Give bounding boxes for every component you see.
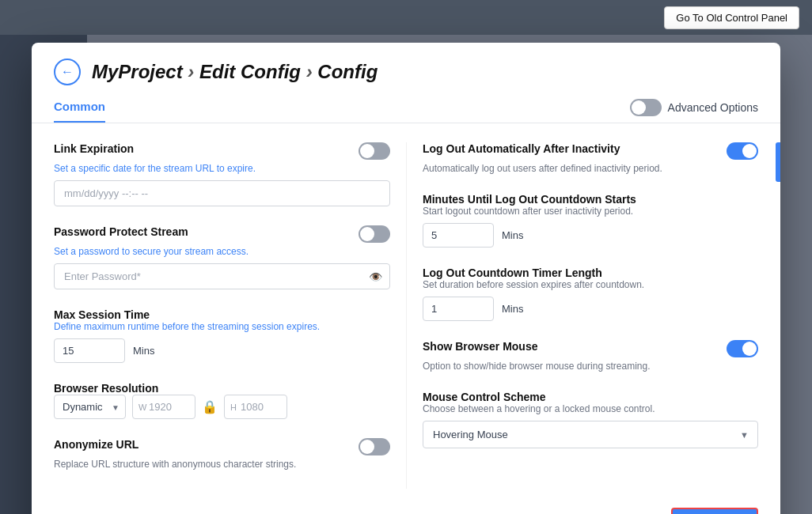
logout-timer-group: Log Out Countdown Timer Length Set durat… — [423, 266, 758, 321]
left-column: Link Expiration Set a specific date for … — [54, 142, 406, 489]
breadcrumb-project: MyProject — [92, 61, 183, 82]
tab-bar: Common Advanced Options — [32, 92, 780, 123]
height-input[interactable] — [224, 395, 287, 419]
breadcrumb: MyProject › Edit Config › Config — [92, 61, 378, 83]
auto-logout-desc: Automatically log out users after define… — [423, 163, 758, 174]
link-expiration-desc: Set a specific date for the stream URL t… — [54, 163, 390, 174]
breadcrumb-config: Config — [317, 61, 378, 82]
advanced-options-label: Advanced Options — [668, 101, 758, 114]
max-session-group: Max Session Time Define maximum runtime … — [54, 308, 390, 363]
logout-timer-unit: Mins — [502, 303, 523, 315]
top-bar: Go To Old Control Panel — [0, 0, 812, 35]
max-session-unit: Mins — [133, 345, 154, 357]
show-browser-mouse-label: Show Browser Mouse — [423, 340, 537, 353]
max-session-input-row: Mins — [54, 338, 390, 363]
browser-resolution-label: Browser Resolution — [54, 382, 390, 395]
password-protect-group: Password Protect Stream Set a password t… — [54, 225, 390, 289]
lock-icon: 🔒 — [202, 399, 218, 414]
width-input-wrap: W — [132, 395, 195, 419]
show-browser-mouse-header: Show Browser Mouse — [423, 340, 758, 357]
resolution-row: Dynamic Custom ▼ W 🔒 H — [54, 395, 390, 419]
back-arrow-icon: ← — [61, 65, 74, 79]
auto-logout-header: Log Out Automatically After Inactivity — [423, 142, 758, 160]
height-input-wrap: H — [224, 395, 287, 419]
password-protect-toggle[interactable] — [359, 225, 390, 243]
show-browser-mouse-toggle[interactable] — [727, 340, 758, 357]
logout-countdown-input[interactable] — [423, 223, 494, 248]
resolution-select-wrap: Dynamic Custom ▼ — [54, 395, 126, 419]
breadcrumb-sep2: › — [301, 61, 317, 82]
max-session-desc: Define maximum runtime before the stream… — [54, 321, 390, 332]
anonymize-url-desc: Replace URL structure with anonymous cha… — [54, 459, 390, 470]
back-button[interactable]: ← — [54, 59, 81, 85]
save-button[interactable]: 💾 Save — [671, 508, 758, 514]
logout-countdown-input-row: Mins — [423, 223, 758, 248]
modal-footer: ➔ 💾 Save — [32, 495, 780, 514]
modal-header: ← MyProject › Edit Config › Config — [32, 43, 780, 85]
anonymize-url-group: Anonymize URL Replace URL structure with… — [54, 438, 390, 470]
anonymize-url-toggle[interactable] — [359, 438, 390, 455]
link-expiration-header: Link Expiration — [54, 142, 390, 160]
width-input[interactable] — [132, 395, 195, 419]
show-browser-mouse-group: Show Browser Mouse Option to show/hide b… — [423, 340, 758, 372]
password-protect-header: Password Protect Stream — [54, 225, 390, 243]
max-session-input[interactable] — [54, 338, 125, 363]
logout-countdown-desc: Start logout countdown after user inacti… — [423, 206, 758, 217]
mouse-control-group: Mouse Control Scheme Choose between a ho… — [423, 391, 758, 448]
auto-logout-label: Log Out Automatically After Inactivity — [423, 142, 620, 155]
browser-resolution-group: Browser Resolution Dynamic Custom ▼ W — [54, 382, 390, 419]
max-session-label: Max Session Time — [54, 308, 390, 321]
link-expiration-label: Link Expiration — [54, 142, 134, 155]
modal-body: Link Expiration Set a specific date for … — [32, 123, 780, 514]
modal-overlay: ← MyProject › Edit Config › Config Commo… — [0, 35, 812, 514]
breadcrumb-sep1: › — [183, 61, 199, 82]
mouse-control-select[interactable]: Hovering Mouse Locked Mouse — [423, 421, 758, 448]
advanced-options-toggle[interactable]: Advanced Options — [630, 99, 758, 116]
old-control-panel-button[interactable]: Go To Old Control Panel — [664, 6, 799, 29]
breadcrumb-edit: Edit Config — [199, 61, 301, 82]
link-expiration-toggle[interactable] — [359, 142, 390, 160]
auto-logout-toggle[interactable] — [727, 142, 758, 160]
password-protect-label: Password Protect Stream — [54, 225, 188, 238]
logout-timer-label: Log Out Countdown Timer Length — [423, 266, 758, 279]
logout-countdown-group: Minutes Until Log Out Countdown Starts S… — [423, 193, 758, 248]
anonymize-url-header: Anonymize URL — [54, 438, 390, 455]
advanced-options-switch[interactable] — [630, 99, 662, 116]
logout-timer-input-row: Mins — [423, 297, 758, 321]
mouse-control-select-wrap: Hovering Mouse Locked Mouse ▼ — [423, 421, 758, 448]
mouse-control-label: Mouse Control Scheme — [423, 391, 758, 403]
arrow-hint-icon: ➔ — [643, 508, 669, 514]
logout-timer-input[interactable] — [423, 297, 494, 321]
auto-logout-group: Log Out Automatically After Inactivity A… — [423, 142, 758, 174]
link-expiration-input[interactable] — [54, 180, 390, 206]
logout-timer-desc: Set duration before session expires afte… — [423, 279, 758, 290]
logout-countdown-unit: Mins — [502, 229, 523, 241]
modal: ← MyProject › Edit Config › Config Commo… — [32, 43, 780, 514]
mouse-control-desc: Choose between a hovering or a locked mo… — [423, 403, 758, 414]
password-protect-desc: Set a password to secure your stream acc… — [54, 246, 390, 257]
resolution-select[interactable]: Dynamic Custom — [54, 395, 126, 419]
password-input-wrap: 👁️ — [54, 263, 390, 289]
eye-icon[interactable]: 👁️ — [369, 270, 382, 283]
show-browser-mouse-desc: Option to show/hide browser mouse during… — [423, 361, 758, 372]
right-accent-bar — [776, 142, 780, 182]
logout-countdown-label: Minutes Until Log Out Countdown Starts — [423, 193, 758, 206]
tab-common[interactable]: Common — [54, 92, 105, 123]
right-column: Log Out Automatically After Inactivity A… — [406, 142, 758, 489]
password-input[interactable] — [54, 263, 390, 289]
anonymize-url-label: Anonymize URL — [54, 438, 138, 451]
link-expiration-group: Link Expiration Set a specific date for … — [54, 142, 390, 206]
